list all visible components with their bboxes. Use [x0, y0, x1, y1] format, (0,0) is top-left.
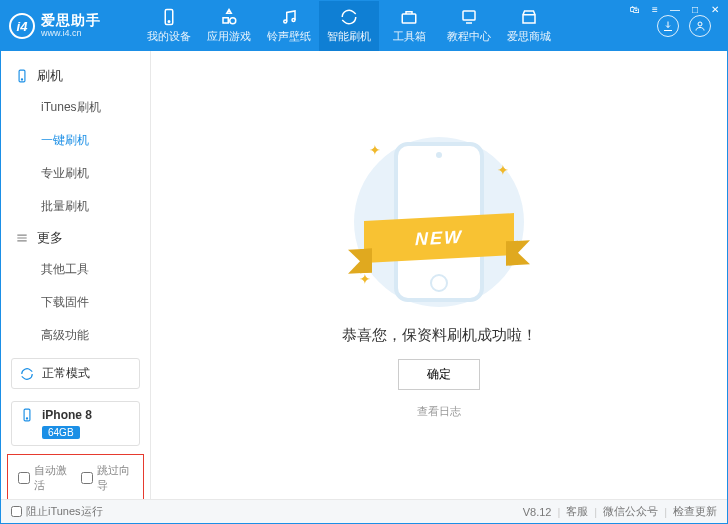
auto-activate-input[interactable]: [18, 472, 30, 484]
apps-icon: [220, 8, 238, 26]
support-link[interactable]: 客服: [566, 504, 588, 519]
tab-label: 爱思商城: [507, 29, 551, 44]
cart-icon[interactable]: 🛍: [628, 2, 642, 16]
download-button[interactable]: [657, 15, 679, 37]
prevent-itunes-checkbox[interactable]: 阻止iTunes运行: [11, 504, 103, 519]
toolbox-icon: [400, 8, 418, 26]
svg-point-8: [21, 79, 22, 80]
wechat-link[interactable]: 微信公众号: [603, 504, 658, 519]
bottom-options: 自动激活 跳过向导: [7, 454, 144, 502]
svg-point-10: [26, 418, 27, 419]
device-name: iPhone 8: [42, 408, 92, 422]
tab-label: 铃声壁纸: [267, 29, 311, 44]
auto-activate-checkbox[interactable]: 自动激活: [18, 463, 71, 493]
view-log-link[interactable]: 查看日志: [417, 404, 461, 419]
titlebar: i4 爱思助手 www.i4.cn 我的设备应用游戏铃声壁纸智能刷机工具箱教程中…: [1, 1, 727, 51]
auto-activate-label: 自动激活: [34, 463, 71, 493]
sidebar-item[interactable]: 专业刷机: [11, 157, 150, 190]
sidebar: 刷机 iTunes刷机一键刷机专业刷机批量刷机 更多 其他工具下载固件高级功能 …: [1, 51, 151, 499]
tab-label: 智能刷机: [327, 29, 371, 44]
storage-badge: 64GB: [42, 426, 80, 439]
sync-icon: [20, 367, 34, 381]
new-ribbon: NEW: [364, 213, 514, 263]
svg-rect-4: [402, 14, 416, 23]
tab-6[interactable]: 爱思商城: [499, 1, 559, 51]
music-icon: [280, 8, 298, 26]
device-info[interactable]: iPhone 8 64GB: [11, 401, 140, 446]
phone-icon: [20, 408, 34, 422]
sidebar-item[interactable]: 批量刷机: [11, 190, 150, 223]
user-button[interactable]: [689, 15, 711, 37]
tab-3[interactable]: 智能刷机: [319, 1, 379, 51]
update-link[interactable]: 检查更新: [673, 504, 717, 519]
mode-label: 正常模式: [42, 365, 90, 382]
logo-url: www.i4.cn: [41, 29, 101, 39]
logo: i4 爱思助手 www.i4.cn: [9, 13, 139, 39]
tutorial-icon: [460, 8, 478, 26]
tab-1[interactable]: 应用游戏: [199, 1, 259, 51]
svg-point-2: [284, 20, 287, 23]
statusbar: 阻止iTunes运行 V8.12 | 客服 | 微信公众号 | 检查更新: [1, 499, 727, 523]
skip-guide-input[interactable]: [81, 472, 93, 484]
svg-point-6: [698, 22, 702, 26]
device-icon: [160, 8, 178, 26]
tab-label: 应用游戏: [207, 29, 251, 44]
menu-lines-icon: [15, 231, 29, 245]
logo-title: 爱思助手: [41, 13, 101, 28]
sidebar-item[interactable]: 高级功能: [11, 319, 150, 352]
sidebar-group-more-title: 更多: [37, 229, 63, 247]
close-icon[interactable]: ✕: [708, 2, 722, 16]
version-label: V8.12: [523, 506, 552, 518]
refresh-icon: [340, 8, 358, 26]
svg-rect-5: [463, 11, 475, 20]
main-tabs: 我的设备应用游戏铃声壁纸智能刷机工具箱教程中心爱思商城: [139, 1, 657, 51]
sidebar-group-more: 更多: [1, 223, 150, 253]
sidebar-group-more-items: 其他工具下载固件高级功能: [11, 253, 150, 352]
tab-label: 工具箱: [393, 29, 426, 44]
svg-point-3: [292, 19, 295, 22]
window-controls: 🛍 ≡ — □ ✕: [628, 2, 722, 16]
tab-label: 我的设备: [147, 29, 191, 44]
ok-button[interactable]: 确定: [398, 359, 480, 390]
svg-point-1: [168, 21, 170, 23]
sidebar-group-flash-items: iTunes刷机一键刷机专业刷机批量刷机: [11, 91, 150, 223]
sidebar-item[interactable]: 其他工具: [11, 253, 150, 286]
sidebar-item[interactable]: iTunes刷机: [11, 91, 150, 124]
sidebar-group-flash: 刷机: [1, 61, 150, 91]
store-icon: [520, 8, 538, 26]
tab-5[interactable]: 教程中心: [439, 1, 499, 51]
app-window: 🛍 ≡ — □ ✕ i4 爱思助手 www.i4.cn 我的设备应用游戏铃声壁纸…: [0, 0, 728, 524]
tab-0[interactable]: 我的设备: [139, 1, 199, 51]
skip-guide-checkbox[interactable]: 跳过向导: [81, 463, 134, 493]
sidebar-item[interactable]: 一键刷机: [11, 124, 150, 157]
logo-badge: i4: [9, 13, 35, 39]
skip-guide-label: 跳过向导: [97, 463, 134, 493]
device-icon: [15, 69, 29, 83]
prevent-itunes-input[interactable]: [11, 506, 22, 517]
menu-icon[interactable]: ≡: [648, 2, 662, 16]
tab-label: 教程中心: [447, 29, 491, 44]
tab-4[interactable]: 工具箱: [379, 1, 439, 51]
mode-selector[interactable]: 正常模式: [11, 358, 140, 389]
success-message: 恭喜您，保资料刷机成功啦！: [342, 326, 537, 345]
sidebar-group-flash-title: 刷机: [37, 67, 63, 85]
success-illustration: ✦ ✦ ✦ NEW: [329, 132, 549, 312]
sidebar-item[interactable]: 下载固件: [11, 286, 150, 319]
minimize-icon[interactable]: —: [668, 2, 682, 16]
maximize-icon[interactable]: □: [688, 2, 702, 16]
main-panel: ✦ ✦ ✦ NEW 恭喜您，保资料刷机成功啦！ 确定 查看日志: [151, 51, 727, 499]
tab-2[interactable]: 铃声壁纸: [259, 1, 319, 51]
body: 刷机 iTunes刷机一键刷机专业刷机批量刷机 更多 其他工具下载固件高级功能 …: [1, 51, 727, 499]
prevent-itunes-label: 阻止iTunes运行: [26, 504, 103, 519]
titlebar-right: [657, 15, 719, 37]
